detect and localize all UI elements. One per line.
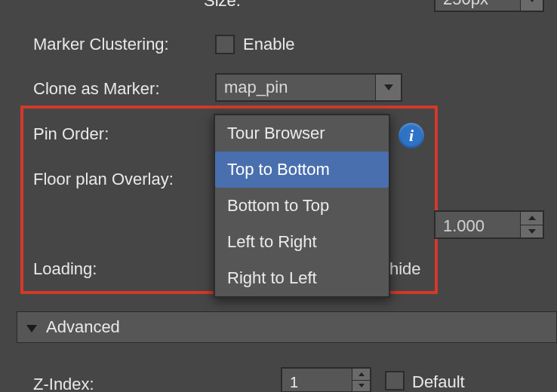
pin-order-dropdown[interactable]: Tour Browser Top to Bottom Bottom to Top… bbox=[214, 114, 390, 298]
svg-marker-6 bbox=[359, 384, 365, 387]
svg-marker-2 bbox=[528, 216, 536, 220]
advanced-label: Advanced bbox=[46, 317, 120, 337]
z-index-spinner[interactable] bbox=[352, 369, 370, 391]
svg-marker-5 bbox=[359, 372, 365, 376]
marker-clustering-label: Marker Clustering: bbox=[33, 35, 169, 54]
pin-order-label: Pin Order: bbox=[33, 124, 109, 144]
svg-marker-1 bbox=[384, 84, 393, 90]
opacity-value: 1.000 bbox=[435, 212, 520, 237]
enable-checkbox[interactable] bbox=[215, 35, 235, 54]
settings-panel: Size: 250px Marker Clustering: Enable Cl… bbox=[0, 0, 557, 392]
opacity-stepper[interactable]: 1.000 bbox=[434, 210, 544, 239]
advanced-section-header[interactable]: Advanced bbox=[17, 311, 557, 343]
clone-as-marker-label: Clone as Marker: bbox=[33, 79, 160, 99]
svg-marker-3 bbox=[528, 229, 536, 234]
default-label: Default bbox=[412, 372, 465, 392]
chevron-up-icon[interactable] bbox=[352, 369, 370, 380]
pin-order-option-tour-browser[interactable]: Tour Browser bbox=[215, 115, 389, 152]
svg-marker-4 bbox=[26, 325, 37, 332]
loading-hide-text: hide bbox=[389, 259, 421, 279]
opacity-spinner[interactable] bbox=[520, 212, 543, 237]
chevron-up-icon[interactable] bbox=[521, 212, 543, 225]
svg-marker-0 bbox=[528, 0, 537, 2]
pin-order-option-left-to-right[interactable]: Left to Right bbox=[215, 224, 389, 260]
enable-label: Enable bbox=[243, 35, 295, 54]
pin-order-option-top-to-bottom[interactable]: Top to Bottom bbox=[215, 152, 389, 188]
pin-order-option-bottom-to-top[interactable]: Bottom to Top bbox=[215, 188, 389, 224]
z-index-stepper[interactable]: 1 bbox=[281, 367, 371, 392]
clone-as-marker-select[interactable]: map_pin bbox=[215, 73, 402, 102]
info-icon[interactable]: i bbox=[399, 123, 424, 149]
default-checkbox[interactable] bbox=[385, 371, 405, 390]
z-index-label: Z-Index: bbox=[33, 375, 94, 392]
triangle-down-icon bbox=[26, 317, 37, 337]
pin-order-option-right-to-left[interactable]: Right to Left bbox=[215, 260, 389, 296]
size-value: 250px bbox=[435, 0, 520, 11]
clone-as-marker-value: map_pin bbox=[217, 76, 375, 99]
loading-label: Loading: bbox=[33, 259, 97, 279]
chevron-down-icon[interactable] bbox=[521, 225, 543, 238]
chevron-down-icon[interactable] bbox=[375, 75, 401, 100]
size-label: Size: bbox=[204, 0, 241, 11]
floor-plan-overlay-label: Floor plan Overlay: bbox=[33, 170, 174, 189]
size-select[interactable]: 250px bbox=[434, 0, 544, 12]
z-index-value: 1 bbox=[282, 369, 352, 391]
chevron-down-icon[interactable] bbox=[520, 0, 543, 11]
chevron-down-icon[interactable] bbox=[352, 380, 370, 392]
